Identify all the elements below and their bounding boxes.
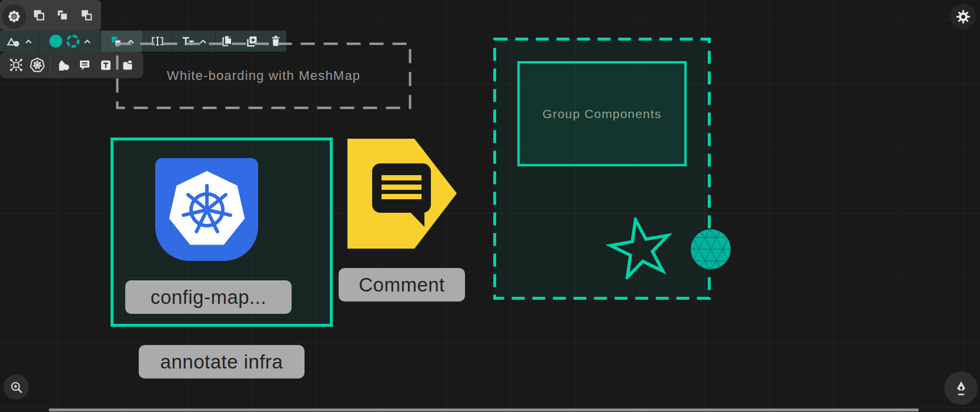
shapes-icon (6, 36, 21, 47)
integrations-tool-button[interactable] (7, 56, 25, 74)
kubernetes-wheel-icon (30, 58, 45, 72)
comment-shape-node[interactable] (347, 139, 457, 249)
send-to-back-button[interactable] (77, 6, 96, 25)
comment-arrow-shape (347, 139, 457, 249)
star-shape[interactable] (606, 217, 676, 279)
shapes-tool-button[interactable] (55, 56, 72, 74)
whiteboard-canvas[interactable]: White-boarding with MeshMap Group Compon… (0, 0, 980, 412)
gear-icon (955, 9, 971, 25)
mesh-node-icon (9, 58, 24, 72)
style-section (39, 31, 101, 52)
group-components-node[interactable]: Group Components (517, 61, 687, 166)
settings-button[interactable] (950, 4, 976, 29)
comment-label: Comment (359, 274, 445, 296)
kubernetes-icon[interactable] (155, 158, 258, 261)
dashed-border (116, 42, 412, 109)
dock-divider (50, 58, 51, 73)
zoom-in-magnifier-icon (9, 380, 24, 394)
kubernetes-tool-button[interactable] (29, 56, 46, 74)
whiteboard-note-frame[interactable]: White-boarding with MeshMap (116, 42, 412, 109)
send-to-back-icon (79, 8, 94, 23)
comment-label-chip[interactable]: Comment (339, 268, 465, 302)
comment-tool-button[interactable] (76, 56, 93, 74)
comment-icon (78, 58, 92, 72)
app-menu-button[interactable] (2, 4, 26, 29)
send-backward-button[interactable] (53, 6, 72, 25)
kubernetes-wheel-glyph (166, 169, 248, 251)
horizontal-scrollbar[interactable] (49, 408, 919, 411)
annotation-label: annotate infra (160, 351, 283, 373)
k8s-node-name-chip[interactable]: config-map... (125, 280, 292, 314)
shape-picker-button[interactable] (0, 31, 39, 52)
fill-color-swatch[interactable] (49, 35, 62, 48)
chevron-up-icon (25, 39, 32, 44)
zoom-in-button[interactable] (4, 374, 29, 400)
chevron-up-icon[interactable] (83, 39, 91, 44)
pen-nib-icon (953, 380, 969, 397)
bring-to-front-button[interactable] (29, 6, 48, 25)
design-ink-button[interactable] (944, 371, 978, 405)
text-tool-button[interactable] (97, 56, 115, 74)
k8s-node-name: config-map... (150, 286, 266, 309)
stroke-style-swatch[interactable] (66, 35, 79, 48)
group-components-label: Group Components (520, 63, 684, 164)
send-backward-icon (55, 8, 70, 23)
mesh-sphere-shape[interactable] (690, 228, 732, 270)
flower-gear-icon (7, 9, 21, 24)
shapes-icon (56, 59, 71, 72)
annotation-chip[interactable]: annotate infra (139, 345, 305, 378)
bring-to-front-icon (31, 8, 46, 23)
text-icon (99, 58, 113, 72)
